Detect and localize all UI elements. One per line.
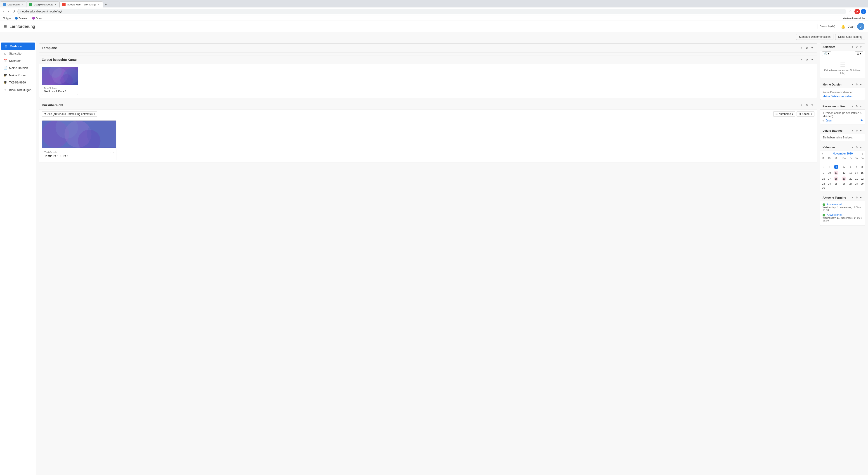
kurs-add-button[interactable]: ＋ bbox=[799, 103, 804, 108]
meine-dateien-settings-button[interactable]: ⚙ bbox=[855, 83, 859, 86]
cal-next-button[interactable]: › bbox=[862, 152, 863, 155]
letzte-badges-settings-button[interactable]: ⚙ bbox=[855, 129, 859, 132]
cal-day[interactable]: 28 bbox=[854, 182, 860, 186]
cal-day[interactable]: 16 bbox=[820, 176, 827, 182]
bookmark-apps[interactable]: ⊞ Apps bbox=[2, 16, 12, 20]
person-name[interactable]: Juan bbox=[826, 119, 832, 122]
cal-day[interactable]: 20 bbox=[848, 176, 854, 182]
cal-day[interactable]: 29 bbox=[859, 182, 865, 186]
reset-page-button[interactable]: Standard wiederherstellen bbox=[796, 34, 833, 40]
cal-day[interactable]: 8 bbox=[859, 164, 865, 170]
course-card[interactable]: Test-Schule Testkurs 1 Kurs 1 bbox=[42, 67, 78, 95]
tab-add-button[interactable]: + bbox=[103, 2, 108, 7]
letzte-badges-move-button[interactable]: ▼ bbox=[859, 129, 863, 132]
cal-day[interactable]: 3 bbox=[827, 164, 832, 170]
lernplaene-add-button[interactable]: ＋ bbox=[799, 46, 804, 50]
cal-day[interactable]: 7 bbox=[854, 164, 860, 170]
cal-day[interactable]: 13 bbox=[848, 170, 854, 176]
cal-day[interactable]: 30 bbox=[820, 186, 827, 190]
nav-back-button[interactable]: ‹ bbox=[2, 9, 6, 14]
cal-day[interactable]: 5 bbox=[840, 164, 848, 170]
tab-meet[interactable]: Google Meet – ubk-jkrs-rje ✕ bbox=[59, 1, 103, 7]
zeitleiste-list-button[interactable]: ☰ ▾ bbox=[855, 51, 863, 56]
cal-day[interactable]: 23 bbox=[820, 182, 827, 186]
kurs-sort-dropdown[interactable]: ☰ Kursname ▾ bbox=[773, 111, 796, 117]
personen-online-add-button[interactable]: ＋ bbox=[850, 104, 855, 108]
sidebar-item-kalender[interactable]: 📅 Kalender bbox=[0, 57, 36, 64]
meine-dateien-verwalten-link[interactable]: Meine Dateien verwalten... bbox=[823, 95, 855, 98]
termin-link[interactable]: Anwesenheit bbox=[827, 213, 842, 216]
kurs-view-dropdown[interactable]: ⊞ Kachel ▾ bbox=[797, 111, 814, 117]
cal-day[interactable]: 24 bbox=[827, 182, 832, 186]
cal-day[interactable]: 4 bbox=[832, 164, 840, 170]
zeitleiste-move-button[interactable]: ▼ bbox=[859, 45, 863, 49]
kurs-settings-button[interactable]: ⚙ bbox=[805, 103, 809, 107]
tab-close-hangouts[interactable]: ✕ bbox=[54, 3, 57, 6]
address-bar[interactable] bbox=[18, 9, 846, 14]
meine-dateien-add-button[interactable]: ＋ bbox=[850, 83, 855, 86]
cal-day[interactable]: 2 bbox=[820, 164, 827, 170]
personen-online-settings-button[interactable]: ⚙ bbox=[855, 104, 859, 108]
cal-day[interactable]: 11 bbox=[832, 170, 840, 176]
cal-day[interactable]: 10 bbox=[827, 170, 832, 176]
cal-day[interactable]: 25 bbox=[832, 182, 840, 186]
zeitleiste-time-button[interactable]: 🕐 ▾ bbox=[822, 51, 831, 56]
zeitleiste-settings-button[interactable]: ⚙ bbox=[855, 45, 859, 49]
aktuelle-termine-settings-button[interactable]: ⚙ bbox=[855, 196, 859, 200]
cal-day[interactable]: 27 bbox=[848, 182, 854, 186]
kalender-add-button[interactable]: ＋ bbox=[850, 145, 855, 149]
bookmark-zammad[interactable]: 🔵 Zammad bbox=[14, 16, 29, 20]
sidebar-item-tk[interactable]: 🎓 TK99/9/9999 bbox=[0, 79, 36, 86]
kurs-filter-dropdown[interactable]: ▼ Alle (außer aus Darstellung entfernte)… bbox=[42, 111, 97, 117]
kurs-more-button[interactable]: ⋯ bbox=[110, 150, 114, 154]
cal-day[interactable]: 15 bbox=[859, 170, 865, 176]
cal-day[interactable]: 9 bbox=[820, 170, 827, 176]
kurs-card[interactable]: Test-Schule ⋯ Testkurs 1 Kurs 1 bbox=[42, 120, 116, 160]
lernplaene-move-button[interactable]: ▼ bbox=[810, 46, 814, 50]
nav-reload-button[interactable]: ↺ bbox=[11, 9, 17, 14]
language-selector[interactable]: Deutsch (de) bbox=[817, 24, 837, 29]
sidebar-item-dashboard[interactable]: ⊞ Dashboard bbox=[1, 42, 35, 50]
cal-day[interactable]: 17 bbox=[827, 176, 832, 182]
cal-day[interactable]: 22 bbox=[859, 176, 865, 182]
tab-hangouts[interactable]: Google Hangouts ✕ bbox=[26, 1, 60, 7]
recent-courses-settings-button[interactable]: ⚙ bbox=[805, 58, 809, 62]
kalender-move-button[interactable]: ▼ bbox=[859, 145, 863, 149]
star-icon[interactable]: ☆ bbox=[847, 8, 854, 15]
tab-close-dashboard[interactable]: ✕ bbox=[21, 3, 23, 6]
nav-forward-button[interactable]: › bbox=[6, 9, 10, 14]
cal-day[interactable]: 1 bbox=[859, 160, 865, 164]
sidebar-item-block-hinzufuegen[interactable]: ＋ Block hinzufügen bbox=[0, 86, 36, 94]
aktuelle-termine-add-button[interactable]: ＋ bbox=[850, 196, 855, 200]
notification-icon[interactable]: 🔔 bbox=[841, 24, 845, 29]
cal-day[interactable]: 19 bbox=[840, 176, 848, 182]
weitere-lesezeichen[interactable]: Weitere Lesezeichen bbox=[843, 17, 866, 20]
cal-prev-button[interactable]: ‹ bbox=[822, 152, 823, 155]
tab-dashboard[interactable]: Dashboard ✕ bbox=[0, 1, 26, 7]
cal-day[interactable]: 18 bbox=[832, 176, 840, 182]
sidebar-item-kurse[interactable]: 🎓 Meine Kurse bbox=[0, 71, 36, 79]
kurs-move-button[interactable]: ▼ bbox=[810, 103, 814, 107]
user-avatar[interactable]: J bbox=[857, 23, 864, 30]
cal-day[interactable]: 14 bbox=[854, 170, 860, 176]
aktuelle-termine-move-button[interactable]: ▼ bbox=[859, 196, 863, 200]
done-button[interactable]: Diese Seite ist fertig bbox=[835, 34, 865, 40]
meine-dateien-move-button[interactable]: ▼ bbox=[859, 83, 863, 86]
sidebar-item-dateien[interactable]: 📄 Meine Dateien bbox=[0, 64, 36, 71]
sidebar-item-startseite[interactable]: ⌂ Startseite bbox=[0, 50, 36, 57]
personen-online-move-button[interactable]: ▼ bbox=[859, 104, 863, 108]
recent-courses-add-button[interactable]: ＋ bbox=[799, 57, 804, 62]
lernplaene-settings-button[interactable]: ⚙ bbox=[805, 46, 809, 50]
termin-link[interactable]: Anwesenheit bbox=[827, 203, 842, 206]
tab-close-meet[interactable]: ✕ bbox=[98, 3, 100, 6]
cal-day[interactable]: 6 bbox=[848, 164, 854, 170]
recent-courses-move-button[interactable]: ▼ bbox=[810, 58, 814, 62]
kalender-settings-button[interactable]: ⚙ bbox=[855, 145, 859, 149]
letzte-badges-add-button[interactable]: ＋ bbox=[850, 129, 855, 132]
zeitleiste-add-button[interactable]: ＋ bbox=[850, 45, 855, 49]
eye-icon[interactable]: 👁 bbox=[860, 119, 863, 122]
cal-day[interactable]: 26 bbox=[840, 182, 848, 186]
cal-day[interactable]: 21 bbox=[854, 176, 860, 182]
bookmark-odoo[interactable]: 🟣 Odoo bbox=[31, 16, 43, 20]
hamburger-icon[interactable]: ☰ bbox=[4, 24, 7, 29]
